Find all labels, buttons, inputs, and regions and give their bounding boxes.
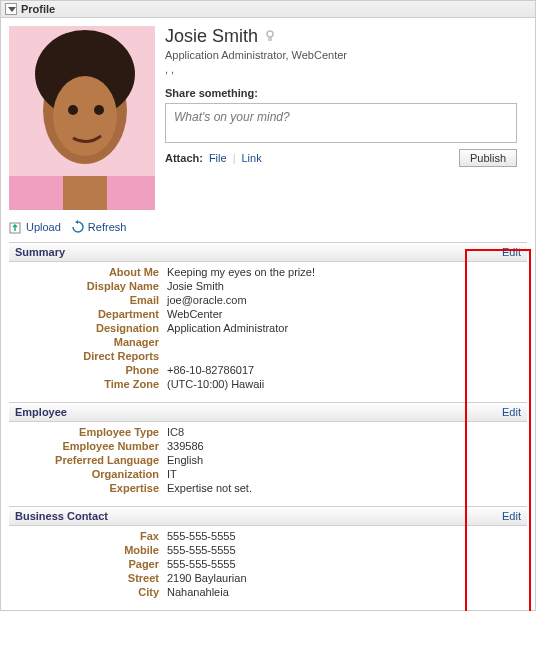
field-value: 2190 Baylaurian [167,572,527,584]
field-label: Pager [9,558,167,570]
field-value: 555-555-5555 [167,558,527,570]
field-value: Nahanahleia [167,586,527,598]
field-value: +86-10-82786017 [167,364,527,376]
attach-link-link[interactable]: Link [241,152,261,164]
field-label: Mobile [9,544,167,556]
share-label: Share something: [165,87,527,99]
field-label: Display Name [9,280,167,292]
section-header-employee: Employee Edit [9,402,527,422]
field-label: Manager [9,336,167,348]
svg-point-7 [94,105,104,115]
employee-table: Employee TypeIC8Employee Number339586Pre… [9,422,527,498]
field-label: About Me [9,266,167,278]
section-title: Employee [15,406,67,418]
publish-button[interactable]: Publish [459,149,517,167]
avatar [9,26,155,210]
panel-title: Profile [21,3,55,15]
section-title: Business Contact [15,510,108,522]
field-label: Employee Number [9,440,167,452]
edit-link-summary[interactable]: Edit [502,246,521,258]
field-label: Department [9,308,167,320]
summary-table: About MeKeeping my eyes on the prize!Dis… [9,262,527,394]
field-value: IT [167,468,527,480]
field-value: 555-555-5555 [167,544,527,556]
panel-header: Profile [0,0,536,18]
svg-rect-5 [63,176,107,210]
privacy-icon [264,30,276,44]
field-label: Direct Reports [9,350,167,362]
field-value: English [167,454,527,466]
edit-link-employee[interactable]: Edit [502,406,521,418]
refresh-button[interactable]: Refresh [71,220,127,234]
field-label: Expertise [9,482,167,494]
refresh-label: Refresh [88,221,127,233]
share-input[interactable]: What's on your mind? [165,103,517,143]
field-value: WebCenter [167,308,527,320]
field-value: 339586 [167,440,527,452]
field-value: Expertise not set. [167,482,527,494]
field-label: Organization [9,468,167,480]
attach-file-link[interactable]: File [209,152,227,164]
upload-button[interactable]: Upload [9,220,61,234]
field-label: Street [9,572,167,584]
svg-point-6 [68,105,78,115]
svg-point-3 [53,76,117,156]
field-label: Designation [9,322,167,334]
field-label: Phone [9,364,167,376]
section-title: Summary [15,246,65,258]
field-label: Time Zone [9,378,167,390]
attach-label: Attach: [165,152,203,164]
field-value: (UTC-10:00) Hawaii [167,378,527,390]
panel-body: Josie Smith Application Administrator, W… [0,18,536,611]
section-header-summary: Summary Edit [9,242,527,262]
upload-icon [9,220,23,234]
upload-label: Upload [26,221,61,233]
person-subtitle: , , [165,63,527,75]
svg-point-8 [267,31,273,37]
field-label: Email [9,294,167,306]
field-value: Application Administrator [167,322,527,334]
edit-link-business[interactable]: Edit [502,510,521,522]
field-value: Josie Smith [167,280,527,292]
business-table: Fax555-555-5555Mobile555-555-5555Pager55… [9,526,527,602]
field-label: Fax [9,530,167,542]
field-value [167,336,527,348]
person-title: Application Administrator, WebCenter [165,49,527,61]
section-header-business: Business Contact Edit [9,506,527,526]
field-label: Employee Type [9,426,167,438]
field-label: City [9,586,167,598]
person-name: Josie Smith [165,26,258,47]
field-value: Keeping my eyes on the prize! [167,266,527,278]
field-value: joe@oracle.com [167,294,527,306]
separator: | [233,152,236,164]
refresh-icon [71,220,85,234]
field-value: IC8 [167,426,527,438]
disclose-toggle[interactable] [5,3,17,15]
field-value [167,350,527,362]
field-label: Preferred Language [9,454,167,466]
field-value: 555-555-5555 [167,530,527,542]
